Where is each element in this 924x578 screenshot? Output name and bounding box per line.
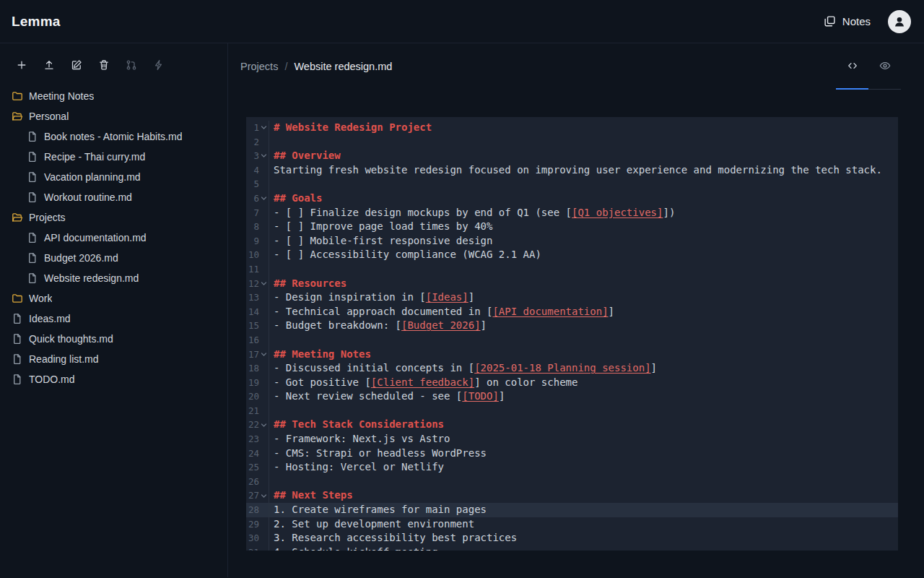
editor-line[interactable]: 17## Meeting Notes bbox=[246, 348, 898, 362]
editor-line[interactable]: 27## Next Steps bbox=[246, 488, 898, 503]
editor-line[interactable]: 1# Website Redesign Project bbox=[246, 121, 898, 135]
editor-line[interactable]: 314. Schedule kickoff meeting bbox=[246, 545, 898, 551]
wiki-link[interactable]: [2025-01-18 Planning session] bbox=[474, 362, 650, 374]
fold-chevron-icon[interactable] bbox=[259, 121, 269, 135]
fold-chevron-icon[interactable] bbox=[259, 277, 269, 291]
file-icon bbox=[27, 191, 38, 203]
tree-folder[interactable]: Work bbox=[0, 288, 227, 309]
gutter-spacer bbox=[259, 206, 269, 220]
delete-note-button[interactable] bbox=[94, 55, 114, 75]
notes-button[interactable]: Notes bbox=[816, 9, 878, 33]
tree-file[interactable]: Quick thoughts.md bbox=[0, 329, 227, 349]
fold-chevron-icon[interactable] bbox=[259, 418, 269, 432]
wiki-link[interactable]: [Client feedback] bbox=[371, 376, 474, 388]
editor-line[interactable]: 6## Goals bbox=[246, 191, 898, 206]
wiki-link[interactable]: [Budget 2026] bbox=[401, 319, 481, 331]
editor-line[interactable]: 11 bbox=[246, 262, 898, 277]
gutter-spacer bbox=[259, 432, 269, 447]
editor-line[interactable]: 24- CMS: Strapi or headless WordPress bbox=[246, 447, 898, 461]
editor-line[interactable]: 18- Discussed initial concepts in [[2025… bbox=[246, 361, 898, 376]
tab-preview[interactable] bbox=[868, 43, 901, 90]
avatar[interactable] bbox=[888, 10, 911, 33]
version-control-button[interactable] bbox=[121, 55, 141, 75]
editor-line[interactable]: 4Starting fresh website redesign focused… bbox=[246, 163, 898, 178]
tree-folder[interactable]: Meeting Notes bbox=[0, 86, 227, 106]
fold-chevron-icon[interactable] bbox=[259, 149, 269, 163]
editor-line[interactable]: 15- Budget breakdown: [[Budget 2026]] bbox=[246, 319, 898, 333]
tree-item-label: TODO.md bbox=[29, 374, 75, 385]
editor[interactable]: 1# Website Redesign Project23## Overview… bbox=[246, 117, 898, 551]
tree-item-label: API documentation.md bbox=[44, 232, 147, 243]
folder-open-icon bbox=[12, 111, 23, 122]
line-number: 7 bbox=[246, 206, 259, 220]
tab-source-view[interactable] bbox=[836, 43, 868, 90]
text-segment: - Discussed initial concepts in [ bbox=[274, 362, 474, 374]
code-icon bbox=[847, 60, 858, 72]
wiki-link[interactable]: [Q1 objectives] bbox=[572, 207, 663, 218]
editor-line[interactable]: 10- [ ] Accessibility compliance (WCAG 2… bbox=[246, 248, 898, 262]
tree-item-label: Work bbox=[29, 293, 52, 304]
upload-button[interactable] bbox=[39, 55, 59, 75]
code-text: - [ ] Finalize design mockups by end of … bbox=[269, 206, 898, 220]
code-text bbox=[269, 177, 898, 191]
tree-file[interactable]: Reading list.md bbox=[0, 349, 227, 369]
tree-folder[interactable]: Personal bbox=[0, 106, 227, 126]
tree-file[interactable]: Vacation planning.md bbox=[0, 167, 227, 187]
fold-chevron-icon[interactable] bbox=[259, 191, 269, 206]
tree-file[interactable]: Workout routine.md bbox=[0, 187, 227, 207]
editor-line[interactable]: 281. Create wireframes for main pages bbox=[246, 503, 898, 517]
edit-note-button[interactable] bbox=[66, 55, 87, 75]
editor-line[interactable]: 5 bbox=[246, 177, 898, 191]
editor-line[interactable]: 3## Overview bbox=[246, 149, 898, 163]
tree-file[interactable]: Book notes - Atomic Habits.md bbox=[0, 126, 227, 147]
text-segment: ## Next Steps bbox=[274, 489, 353, 501]
editor-line[interactable]: 9- [ ] Mobile-first responsive design bbox=[246, 234, 898, 249]
tree-file[interactable]: Website redesign.md bbox=[0, 268, 227, 288]
tree-file[interactable]: TODO.md bbox=[0, 369, 227, 389]
editor-line[interactable]: 8- [ ] Improve page load times by 40% bbox=[246, 220, 898, 234]
line-number: 25 bbox=[246, 460, 259, 475]
editor-line[interactable]: 25- Hosting: Vercel or Netlify bbox=[246, 460, 898, 475]
zap-icon bbox=[153, 59, 165, 71]
editor-line[interactable]: 16 bbox=[246, 333, 898, 348]
fold-chevron-icon[interactable] bbox=[259, 348, 269, 362]
wiki-link[interactable]: [Ideas] bbox=[426, 291, 468, 303]
file-icon bbox=[27, 272, 38, 284]
gutter-spacer bbox=[259, 503, 269, 517]
sidebar-toolbar bbox=[0, 55, 227, 75]
wiki-link[interactable]: [TODO] bbox=[462, 390, 499, 402]
text-segment: - Hosting: Vercel or Netlify bbox=[274, 461, 444, 473]
editor-line[interactable]: 14- Technical approach documented in [[A… bbox=[246, 305, 898, 319]
editor-line[interactable]: 22## Tech Stack Considerations bbox=[246, 418, 898, 432]
gutter-spacer bbox=[259, 376, 269, 390]
tree-file[interactable]: Ideas.md bbox=[0, 309, 227, 329]
tree-item-label: Ideas.md bbox=[29, 313, 71, 324]
editor-line[interactable]: 7- [ ] Finalize design mockups by end of… bbox=[246, 206, 898, 220]
editor-line[interactable]: 12## Resources bbox=[246, 277, 898, 291]
gutter-spacer bbox=[259, 475, 269, 489]
gutter-spacer bbox=[259, 135, 269, 150]
tree-item-label: Quick thoughts.md bbox=[29, 333, 113, 345]
editor-line[interactable]: 19- Got positive [[Client feedback]] on … bbox=[246, 376, 898, 390]
tree-file[interactable]: API documentation.md bbox=[0, 228, 227, 248]
main-top-bar: Projects / Website redesign.md bbox=[228, 43, 924, 90]
editor-line[interactable]: 303. Research accessibility best practic… bbox=[246, 531, 898, 545]
tree-folder[interactable]: Projects bbox=[0, 207, 227, 228]
editor-line[interactable]: 26 bbox=[246, 475, 898, 489]
code-text: 1. Create wireframes for main pages bbox=[269, 503, 898, 517]
editor-line[interactable]: 13- Design inspiration in [[Ideas]] bbox=[246, 290, 898, 305]
tree-file[interactable]: Budget 2026.md bbox=[0, 248, 227, 268]
text-segment: 4. Schedule kickoff meeting bbox=[274, 546, 438, 551]
breadcrumb-parent[interactable]: Projects bbox=[240, 61, 278, 72]
editor-line[interactable]: 21 bbox=[246, 404, 898, 418]
editor-line[interactable]: 23- Framework: Next.js vs Astro bbox=[246, 432, 898, 447]
tree-file[interactable]: Recipe - Thai curry.md bbox=[0, 147, 227, 167]
quick-actions-button[interactable] bbox=[149, 55, 169, 75]
editor-line[interactable]: 2 bbox=[246, 135, 898, 150]
editor-line[interactable]: 20- Next review scheduled - see [[TODO]] bbox=[246, 389, 898, 404]
wiki-link[interactable]: [API documentation] bbox=[492, 306, 608, 317]
new-note-button[interactable] bbox=[12, 55, 32, 75]
editor-line[interactable]: 292. Set up development environment bbox=[246, 517, 898, 532]
code-text bbox=[269, 475, 898, 489]
fold-chevron-icon[interactable] bbox=[259, 488, 269, 503]
